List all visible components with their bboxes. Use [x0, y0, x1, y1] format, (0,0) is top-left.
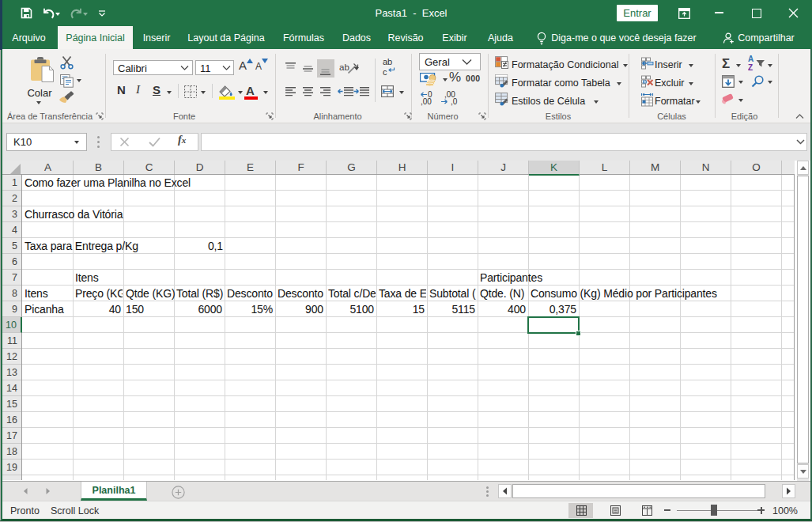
svg-text:Z: Z — [748, 63, 753, 70]
svg-text:A: A — [748, 55, 753, 63]
